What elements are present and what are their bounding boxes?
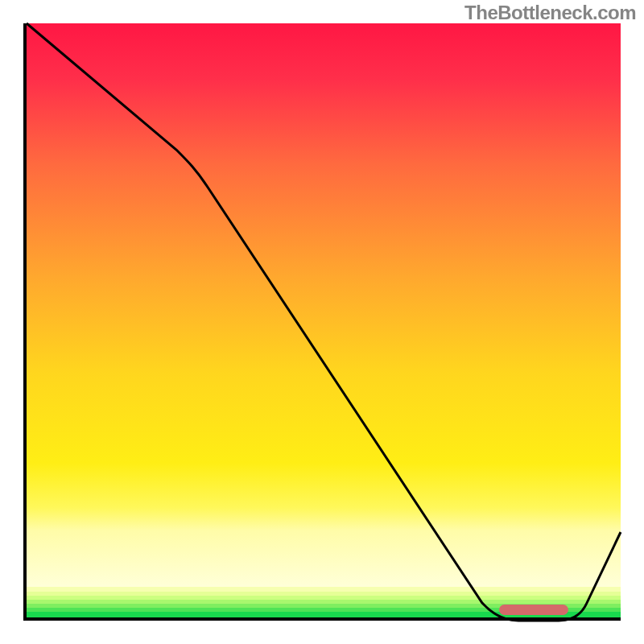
plot-area <box>23 23 621 621</box>
optimal-range-marker <box>499 605 568 615</box>
chart-container: TheBottleneck.com <box>0 0 644 644</box>
attribution-watermark: TheBottleneck.com <box>464 2 636 24</box>
bottleneck-curve <box>23 23 621 621</box>
